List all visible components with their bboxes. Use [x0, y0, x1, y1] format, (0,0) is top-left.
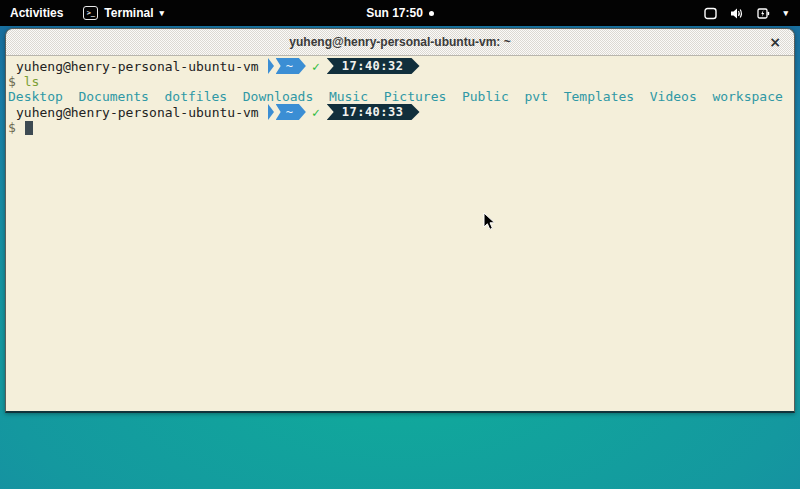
- directory-name: Documents: [78, 89, 148, 104]
- command-text: ls: [24, 74, 40, 89]
- tray-chevron-down-icon: ▾: [783, 9, 788, 18]
- window-title: yuheng@henry-personal-ubuntu-vm: ~: [289, 35, 510, 49]
- directory-name: Videos: [650, 89, 697, 104]
- directory-name: Desktop: [8, 89, 63, 104]
- system-tray[interactable]: ▾: [692, 0, 800, 26]
- prompt-symbol: $: [8, 74, 16, 89]
- top-bar-left: Activities >_ Terminal ▾: [0, 0, 174, 26]
- terminal-window: yuheng@henry-personal-ubuntu-vm: ~ × yuh…: [5, 28, 795, 413]
- directory-name: Music: [329, 89, 368, 104]
- prompt-time-segment: 17:40:33: [327, 104, 420, 120]
- current-input-line: $: [8, 120, 792, 135]
- text-cursor: [25, 121, 33, 135]
- prompt-line-1: yuheng@henry-personal-ubuntu-vm ~ ✓ 17:4…: [8, 58, 792, 74]
- close-button[interactable]: ×: [766, 33, 784, 51]
- app-menu-terminal[interactable]: >_ Terminal ▾: [73, 0, 174, 26]
- prompt-line-2: yuheng@henry-personal-ubuntu-vm ~ ✓ 17:4…: [8, 104, 792, 120]
- directory-name: Downloads: [243, 89, 313, 104]
- prompt-host: yuheng@henry-personal-ubuntu-vm: [16, 59, 259, 74]
- ls-output-line: DesktopDocumentsdotfilesDownloadsMusicPi…: [8, 89, 792, 104]
- directory-name: Pictures: [384, 89, 447, 104]
- terminal-icon: >_: [83, 6, 98, 20]
- desktop: { "top_bar": { "activities_label": "Acti…: [0, 0, 800, 489]
- window-titlebar[interactable]: yuheng@henry-personal-ubuntu-vm: ~ ×: [6, 29, 794, 56]
- directory-name: Templates: [564, 89, 634, 104]
- volume-icon: [730, 7, 744, 20]
- prompt-host: yuheng@henry-personal-ubuntu-vm: [16, 105, 259, 120]
- command-line: $ ls: [8, 74, 792, 89]
- app-menu-label: Terminal: [104, 6, 153, 20]
- terminal-content[interactable]: yuheng@henry-personal-ubuntu-vm ~ ✓ 17:4…: [6, 56, 794, 413]
- activities-button[interactable]: Activities: [0, 0, 73, 26]
- prompt-path-segment: ~: [276, 104, 306, 120]
- battery-charging-icon: [757, 7, 770, 20]
- notification-dot-icon: [429, 11, 434, 16]
- directory-name: pvt: [525, 89, 548, 104]
- powerline-arrow-icon: [268, 104, 274, 120]
- chevron-down-icon: ▾: [159, 9, 164, 18]
- status-check-icon: ✓: [312, 105, 320, 120]
- prompt-time-segment: 17:40:32: [327, 58, 420, 74]
- directory-name: dotfiles: [165, 89, 228, 104]
- status-check-icon: ✓: [312, 59, 320, 74]
- prompt-symbol: $: [8, 120, 16, 135]
- directory-name: workspace: [712, 89, 782, 104]
- activities-label: Activities: [10, 6, 63, 20]
- top-bar: Activities >_ Terminal ▾ Sun 17:50 ▾: [0, 0, 800, 26]
- prompt-path-segment: ~: [276, 58, 306, 74]
- clock-label[interactable]: Sun 17:50: [366, 6, 423, 20]
- powerline-arrow-icon: [268, 58, 274, 74]
- display-icon: [704, 7, 717, 20]
- directory-name: Public: [462, 89, 509, 104]
